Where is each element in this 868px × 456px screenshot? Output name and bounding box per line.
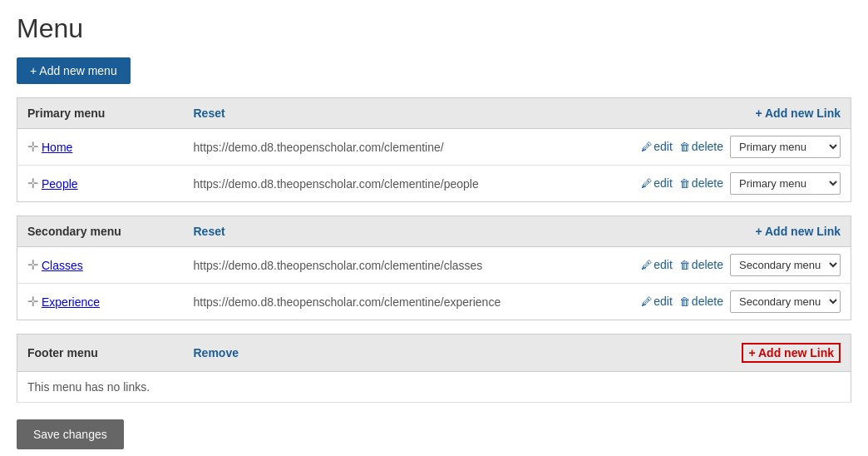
add-link-secondary[interactable]: + Add new Link [631, 216, 851, 247]
add-link-footer[interactable]: + Add new Link [718, 335, 851, 372]
menu-item-link[interactable]: Experience [42, 295, 100, 309]
delete-link[interactable]: 🗑delete [679, 176, 723, 190]
add-link-primary[interactable]: + Add new Link [631, 98, 851, 129]
menu-assignment-dropdown[interactable]: Primary menuSecondary menuFooter menu [730, 136, 841, 158]
section-header-footer: Footer menu [17, 335, 184, 372]
menu-assignment-dropdown[interactable]: Primary menuSecondary menuFooter menu [730, 290, 841, 313]
menu-item-link[interactable]: Classes [42, 259, 83, 272]
save-changes-button[interactable]: Save changes [17, 419, 124, 449]
no-links-text: This menu has no links. [17, 372, 851, 403]
add-new-menu-button[interactable]: + Add new menu [17, 57, 131, 84]
drag-handle-icon[interactable]: ✛ [27, 257, 38, 273]
menu-item-link[interactable]: People [42, 177, 78, 191]
edit-link[interactable]: 🖉edit [641, 176, 673, 190]
menu-item-controls: 🖉edit🗑deletePrimary menuSecondary menuFo… [631, 129, 851, 166]
reset-link-primary[interactable]: Reset [184, 98, 632, 129]
menu-item-url: https://demo.d8.theopenscholar.com/cleme… [184, 284, 632, 320]
menu-assignment-dropdown[interactable]: Primary menuSecondary menuFooter menu [730, 254, 841, 276]
reset-link-secondary[interactable]: Reset [184, 216, 632, 247]
menu-item-url: https://demo.d8.theopenscholar.com/cleme… [184, 166, 632, 202]
edit-link[interactable]: 🖉edit [641, 258, 673, 271]
delete-link[interactable]: 🗑delete [679, 295, 723, 308]
menu-assignment-dropdown[interactable]: Primary menuSecondary menuFooter menu [730, 172, 841, 195]
drag-handle-icon[interactable]: ✛ [27, 139, 38, 155]
menu-item-link[interactable]: Home [42, 141, 72, 154]
page-title: Menu [17, 13, 851, 44]
menu-item-controls: 🖉edit🗑deletePrimary menuSecondary menuFo… [631, 284, 851, 320]
menu-item-url: https://demo.d8.theopenscholar.com/cleme… [184, 247, 632, 284]
edit-link[interactable]: 🖉edit [641, 140, 673, 153]
reset-link-footer[interactable]: Remove [184, 335, 718, 372]
menu-item-url: https://demo.d8.theopenscholar.com/cleme… [184, 129, 632, 166]
menu-item-name-cell: ✛Home [17, 129, 184, 166]
edit-link[interactable]: 🖉edit [641, 295, 673, 308]
delete-link[interactable]: 🗑delete [679, 140, 723, 153]
drag-handle-icon[interactable]: ✛ [27, 176, 38, 191]
section-header-secondary: Secondary menu [17, 216, 184, 247]
menu-item-name-cell: ✛People [17, 166, 184, 202]
section-header-primary: Primary menu [17, 98, 184, 129]
drag-handle-icon[interactable]: ✛ [27, 294, 38, 310]
menus-container: Primary menuReset+ Add new Link✛Homehttp… [17, 97, 851, 403]
menu-item-controls: 🖉edit🗑deletePrimary menuSecondary menuFo… [631, 166, 851, 202]
menu-item-name-cell: ✛Experience [17, 284, 184, 320]
menu-item-name-cell: ✛Classes [17, 247, 184, 284]
menu-item-controls: 🖉edit🗑deletePrimary menuSecondary menuFo… [631, 247, 851, 284]
delete-link[interactable]: 🗑delete [679, 258, 723, 271]
